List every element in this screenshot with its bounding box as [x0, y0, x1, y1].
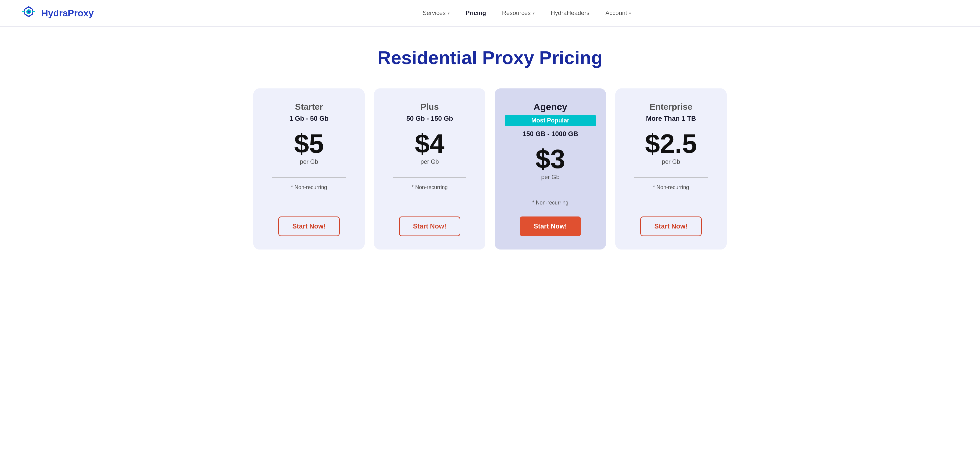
plan-name: Starter [295, 102, 323, 112]
plan-name: Plus [421, 102, 439, 112]
nav-link-account[interactable]: Account ▾ [605, 10, 631, 17]
plan-card-starter: Starter 1 Gb - 50 Gb $5 per Gb * Non-rec… [253, 88, 365, 250]
non-recurring-label: * Non-recurring [532, 200, 568, 206]
chevron-icon: ▾ [629, 11, 631, 16]
plan-name: Agency [533, 102, 567, 112]
chevron-icon: ▾ [533, 11, 535, 16]
start-now-button-plus[interactable]: Start Now! [399, 217, 460, 236]
logo-text: HydraProxy [41, 8, 94, 19]
plan-price: $2.5 [645, 131, 697, 157]
divider [272, 177, 345, 178]
most-popular-badge: Most Popular [505, 115, 596, 126]
start-now-button-enterprise[interactable]: Start Now! [640, 217, 702, 236]
chevron-icon: ▾ [448, 11, 450, 16]
nav-link-pricing[interactable]: Pricing [466, 10, 486, 17]
plan-card-agency: Agency Most Popular 150 GB - 1000 GB $3 … [495, 88, 606, 250]
start-now-button-starter[interactable]: Start Now! [278, 217, 340, 236]
plan-price: $4 [415, 131, 445, 157]
page-title: Residential Proxy Pricing [253, 47, 727, 69]
plan-name: Enterprise [650, 102, 693, 112]
non-recurring-label: * Non-recurring [653, 185, 689, 190]
nav-item-account[interactable]: Account ▾ [605, 10, 631, 17]
divider [393, 177, 466, 178]
plan-card-plus: Plus 50 Gb - 150 Gb $4 per Gb * Non-recu… [374, 88, 485, 250]
nav-link-resources[interactable]: Resources ▾ [502, 10, 535, 17]
plan-card-enterprise: Enterprise More Than 1 TB $2.5 per Gb * … [615, 88, 727, 250]
plan-unit: per Gb [420, 158, 439, 166]
divider [634, 177, 707, 178]
pricing-grid: Starter 1 Gb - 50 Gb $5 per Gb * Non-rec… [253, 88, 727, 250]
plan-range: 1 Gb - 50 Gb [290, 115, 329, 123]
plan-price: $3 [536, 146, 565, 172]
nav-link-hydraheaders[interactable]: HydraHeaders [550, 10, 589, 17]
nav-link-services[interactable]: Services ▾ [423, 10, 450, 17]
non-recurring-label: * Non-recurring [412, 185, 448, 190]
svg-point-1 [28, 10, 30, 13]
plan-unit: per Gb [662, 158, 680, 166]
plan-range: 50 Gb - 150 Gb [406, 115, 453, 123]
non-recurring-label: * Non-recurring [291, 185, 327, 190]
plan-range: 150 GB - 1000 GB [523, 130, 578, 138]
logo-link[interactable]: HydraProxy [20, 5, 94, 22]
plan-price: $5 [294, 131, 324, 157]
plan-range: More Than 1 TB [646, 115, 696, 123]
nav-item-hydraheaders[interactable]: HydraHeaders [550, 10, 589, 17]
plan-unit: per Gb [300, 158, 318, 166]
plan-unit: per Gb [541, 174, 559, 181]
nav-links: Services ▾ Pricing Resources ▾ HydraHead… [423, 10, 631, 17]
hydraproxy-logo-icon [20, 5, 37, 22]
navbar: HydraProxy Services ▾ Pricing Resources … [0, 0, 980, 27]
main-content: Residential Proxy Pricing Starter 1 Gb -… [240, 27, 740, 276]
nav-item-resources[interactable]: Resources ▾ [502, 10, 535, 17]
nav-item-services[interactable]: Services ▾ [423, 10, 450, 17]
nav-item-pricing[interactable]: Pricing [466, 10, 486, 17]
start-now-button-agency[interactable]: Start Now! [520, 217, 581, 236]
